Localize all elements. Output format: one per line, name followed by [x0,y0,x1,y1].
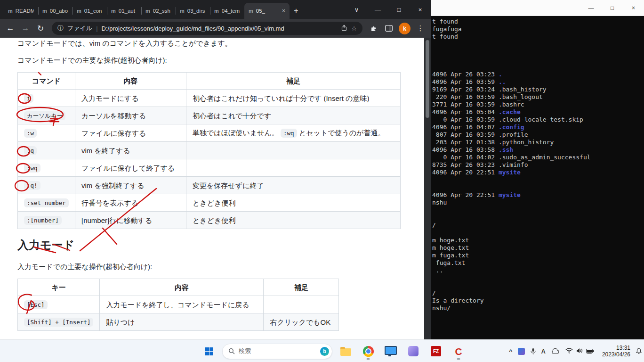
start-button[interactable] [200,342,218,361]
tab-00-about[interactable]: m 00_abo [38,3,72,19]
back-button[interactable]: ← [4,22,17,35]
reload-button[interactable]: ↻ [34,22,47,35]
desc-cell: 入力モードにする [75,90,186,107]
terminal-window[interactable]: — □ × t foundfugafugat found 4096 Apr 26… [431,0,644,339]
running-indicator [367,358,370,360]
markdown-file-icon: m [214,8,219,14]
app-button[interactable] [404,342,423,361]
ime-indicator[interactable]: A [541,348,546,355]
chrome-icon [363,346,374,357]
tray-expand-chevron-icon[interactable]: ^ [509,348,513,355]
side-panel-icon[interactable] [382,22,395,35]
tab-01-cond[interactable]: m 01_con [72,3,107,19]
code-span: カーソルキー [24,111,65,120]
notification-bell-icon[interactable] [636,348,642,354]
tab-label: 00_abo [50,8,68,14]
terminal-minimize-button[interactable]: — [580,0,602,16]
command-cell: i [18,90,75,107]
filezilla-button[interactable]: FZ [427,342,445,361]
note-cell: 初心者はこれだけ知っていれば十分です (Insert の意味) [186,90,401,107]
file-explorer-button[interactable] [336,342,355,361]
maximize-button[interactable]: □ [388,0,410,19]
window-controls: ∨ — □ × [346,0,431,19]
terminal-titlebar[interactable]: — □ × [431,0,644,16]
browser-menu-kebab-icon[interactable]: ⋮ [414,22,427,35]
tray-app-button[interactable] [518,348,525,355]
new-tab-button[interactable]: + [290,3,303,19]
command-cell: :q! [18,177,75,194]
tab-label: 05_ [256,8,279,14]
page-scrollbar[interactable] [424,38,431,339]
tray-app-icon [518,348,525,355]
table-row: :wq ファイルに保存して終了する [18,159,401,177]
minimize-button[interactable]: — [367,0,388,19]
desc-cell: 貼りつけ [100,313,264,331]
command-cell: :[number] [18,212,75,229]
tab-04-tem[interactable]: m 04_tem [210,3,244,19]
table-row: [Shift] + [Insert] 貼りつけ 右クリックでもOK [18,313,339,331]
command-cell: :w [18,124,75,142]
command-cell: :wq [18,159,75,177]
app-icon [408,346,419,356]
info-icon[interactable]: ⓘ [57,24,64,33]
tab-label: 02_ssh [153,8,171,14]
key-cell: [Shift] + [Insert] [18,313,100,331]
markdown-file-icon: m [145,8,150,14]
table-row: i 入力モードにする 初心者はこれだけ知っていれば十分です (Insert の意… [18,90,401,107]
quick-settings-group[interactable] [564,347,595,355]
tab-label: 03_dirs [187,8,206,14]
intro-paragraph: コマンドモードでは、vim のコマンドを入力することができます。 [17,39,232,48]
note-cell: ときどき便利 [186,194,401,212]
terminal-close-button[interactable]: × [623,0,644,16]
tab-01-auth[interactable]: m 01_aut [107,3,141,19]
markdown-file-icon: m [180,8,185,14]
tab-search-icon[interactable]: ∨ [346,0,367,19]
remote-desktop-button[interactable] [381,342,400,361]
column-header: キー [18,279,100,296]
url-text[interactable]: D:/projects/lessons/deploy_guide/md_file… [102,25,338,32]
extensions-puzzle-icon[interactable] [367,22,380,35]
terminal-maximize-button[interactable]: □ [602,0,623,16]
taskbar-clock[interactable]: 13:31 2023/04/26 [602,345,630,358]
desc-cell: vim を強制終了する [75,177,186,194]
red-short-stroke [103,228,117,244]
code-span: :w [24,129,37,138]
terminal-app-button[interactable]: C [449,342,468,361]
note-cell: ときどき便利 [186,212,401,229]
desc-cell: ファイルに保存する [75,124,186,142]
share-icon[interactable] [341,25,347,33]
command-table: コマンド 内容 補足 i 入力モードにする 初心者はこれだけ知っていれば十分です… [17,72,401,229]
tab-close-icon[interactable]: × [282,8,285,14]
desktop: — □ × t foundfugafugat found 4096 Apr 26… [0,0,644,362]
tab-02-ssh[interactable]: m 02_ssh [141,3,176,19]
bing-icon[interactable]: b [320,347,329,356]
tab-03-dirs[interactable]: m 03_dirs [176,3,210,19]
key-cell: [Esc] [18,296,100,313]
chrome-button[interactable] [359,342,378,361]
code-span: :[number] [24,216,62,225]
forward-button[interactable]: → [19,22,32,35]
command-cell: :set number [18,194,75,212]
command-cell: カーソルキー [18,107,75,124]
code-span: [Shift] + [Insert] [24,318,93,327]
close-button[interactable]: × [410,0,431,19]
monitor-icon [385,346,397,355]
taskbar-search[interactable]: 検索 b [222,344,332,359]
profile-avatar[interactable]: k [399,23,411,34]
taskbar: 検索 b FZ C ^ A [0,339,644,362]
browser-window: m READM m 00_abo m 01_con m 01_aut m 02_… [0,0,431,339]
search-icon [228,348,235,354]
onedrive-cloud-icon[interactable] [551,348,559,354]
address-bar[interactable]: ⓘ ファイル | D:/projects/lessons/deploy_guid… [52,22,362,35]
code-span: :wq [24,164,40,173]
desc-cell: [number]行に移動する [75,212,186,229]
red-c-icon: C [455,346,462,356]
bookmark-star-icon[interactable]: ☆ [351,25,357,32]
scrollbar-thumb[interactable] [426,40,429,118]
tab-readme[interactable]: m READM [4,3,38,19]
tab-05-vim-active[interactable]: m 05_ × [244,3,290,19]
column-header: コマンド [18,73,75,90]
search-label: 検索 [239,347,316,355]
microphone-tray-icon[interactable] [530,348,536,355]
column-header: 内容 [100,279,264,296]
